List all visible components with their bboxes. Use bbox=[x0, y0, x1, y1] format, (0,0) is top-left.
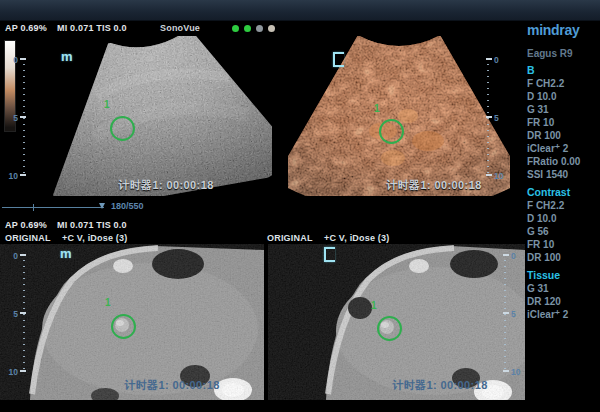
section-title-tissue: Tissue bbox=[527, 269, 599, 282]
timer-readout: 计时器1: 00:00:18 bbox=[52, 378, 292, 393]
probe-orientation-m-icon: m bbox=[61, 50, 73, 63]
probe-orientation-c-icon bbox=[333, 52, 344, 67]
param-line: FR 10 bbox=[527, 238, 599, 251]
ct-acoustic-label: AP 0.69% bbox=[5, 220, 47, 230]
depth-ruler: 0 5 10 bbox=[10, 56, 30, 178]
roi-circle-1[interactable] bbox=[111, 314, 136, 339]
cine-progress-bar[interactable] bbox=[2, 207, 104, 208]
param-line: D 10.0 bbox=[527, 90, 599, 103]
param-line: SSI 1540 bbox=[527, 168, 599, 181]
roi-circle-1[interactable] bbox=[379, 119, 404, 144]
ct-recon-label: +C V, iDose (3) bbox=[324, 233, 389, 243]
status-dot-gray-1 bbox=[256, 25, 263, 32]
depth-ruler: 0 5 10 bbox=[10, 252, 30, 374]
param-line: iClear⁺ 2 bbox=[527, 308, 599, 321]
roi-label: 1 bbox=[105, 297, 111, 308]
ruler-label: 0 bbox=[494, 56, 499, 64]
param-line: DR 120 bbox=[527, 295, 599, 308]
timer-readout: 计时器1: 00:00:18 bbox=[320, 378, 560, 393]
ct-original-label: ORIGINAL bbox=[5, 233, 51, 243]
param-line: F CH2.2 bbox=[527, 199, 599, 212]
timer-readout: 计时器1: 00:00:18 bbox=[46, 178, 286, 193]
status-dot-gray-2 bbox=[268, 25, 275, 32]
mi-tis-label: MI 0.071 TIS 0.0 bbox=[57, 23, 127, 33]
cine-position-marker-icon[interactable] bbox=[99, 203, 105, 209]
status-dot-green-2 bbox=[244, 25, 251, 32]
probe-orientation-c-icon bbox=[324, 247, 335, 262]
param-line: FRatio 0.00 bbox=[527, 155, 599, 168]
status-dot-green-1 bbox=[232, 25, 239, 32]
acoustic-power-label: AP 0.69% bbox=[5, 23, 47, 33]
depth-ruler: 0 5 10 bbox=[501, 252, 523, 374]
ruler-label: 10 bbox=[511, 368, 520, 376]
system-model-label: Eagus R9 bbox=[527, 48, 599, 59]
ruler-label: 5 bbox=[13, 310, 18, 318]
sidebar-section-contrast: Contrast F CH2.2 D 10.0 G 56 FR 10 DR 10… bbox=[527, 186, 599, 264]
param-line: D 10.0 bbox=[527, 212, 599, 225]
contrast-fan-image bbox=[288, 36, 510, 196]
param-line: FR 10 bbox=[527, 116, 599, 129]
ruler-label: 0 bbox=[13, 56, 18, 64]
ruler-label: 0 bbox=[511, 252, 516, 260]
ruler-label: 5 bbox=[494, 114, 499, 122]
param-line: G 31 bbox=[527, 282, 599, 295]
sidebar-section-tissue: Tissue G 31 DR 120 iClear⁺ 2 bbox=[527, 269, 599, 321]
ruler-label: 10 bbox=[9, 368, 18, 376]
roi-label: 1 bbox=[371, 300, 377, 311]
cine-mark-icon bbox=[33, 204, 34, 211]
ct-recon-label: +C V, iDose (3) bbox=[62, 233, 127, 243]
viewport-bmode[interactable] bbox=[0, 34, 272, 196]
roi-circle-1[interactable] bbox=[377, 316, 402, 341]
param-line: DR 100 bbox=[527, 129, 599, 142]
param-line: iClear⁺ 2 bbox=[527, 142, 599, 155]
control-sidebar: mindray Eagus R9 B F CH2.2 D 10.0 G 31 F… bbox=[527, 22, 599, 321]
param-line: G 31 bbox=[527, 103, 599, 116]
depth-ruler: 0 5 10 bbox=[484, 56, 506, 178]
sidebar-section-b: B F CH2.2 D 10.0 G 31 FR 10 DR 100 iClea… bbox=[527, 64, 599, 181]
ruler-label: 0 bbox=[13, 252, 18, 260]
roi-label: 1 bbox=[104, 99, 110, 110]
mindray-logo: mindray bbox=[527, 22, 599, 38]
section-title-contrast: Contrast bbox=[527, 186, 599, 199]
ruler-label: 10 bbox=[9, 172, 18, 180]
ct-mi-tis-label: MI 0.071 TIS 0.0 bbox=[57, 220, 127, 230]
title-bar bbox=[0, 0, 600, 21]
probe-orientation-m-icon: m bbox=[60, 247, 72, 260]
roi-circle-1[interactable] bbox=[110, 116, 135, 141]
param-line: DR 100 bbox=[527, 251, 599, 264]
cine-frame-counter: 180/550 bbox=[111, 201, 144, 211]
ultrasound-console-screen: AP 0.69% MI 0.071 TIS 0.0 SonoVue bbox=[0, 0, 600, 412]
roi-label: 1 bbox=[374, 103, 380, 114]
ct-original-label: ORIGINAL bbox=[267, 233, 313, 243]
timer-readout: 计时器1: 00:00:18 bbox=[314, 178, 554, 193]
section-title-b: B bbox=[527, 64, 599, 77]
ruler-label: 5 bbox=[511, 310, 516, 318]
contrast-agent-label: SonoVue bbox=[160, 23, 200, 33]
ruler-label: 5 bbox=[13, 114, 18, 122]
param-line: F CH2.2 bbox=[527, 77, 599, 90]
param-line: G 56 bbox=[527, 225, 599, 238]
